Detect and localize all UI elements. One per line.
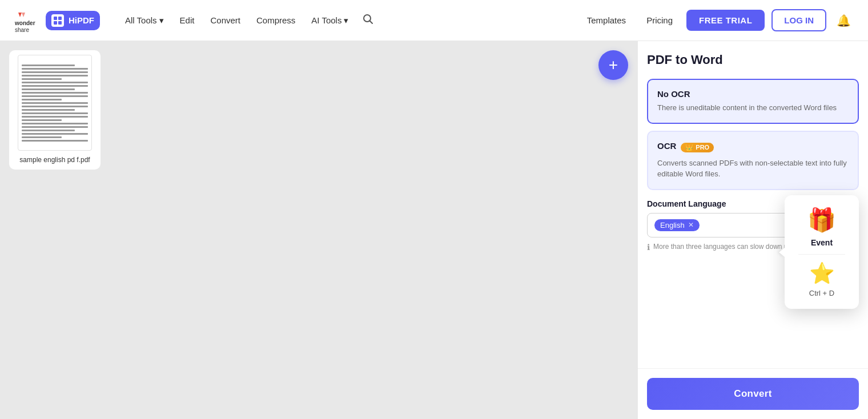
pdf-line: [22, 88, 75, 90]
pdf-line: [22, 75, 88, 76]
language-remove-icon[interactable]: ✕: [688, 221, 694, 229]
pdf-line: [22, 106, 88, 107]
pdf-line: [22, 99, 62, 100]
tooltip-popup: 🎁 Event ⭐ Ctrl + D: [785, 195, 859, 309]
sidebar-title: PDF to Word: [647, 53, 859, 67]
star-icon: ⭐: [809, 261, 835, 285]
pdf-line: [22, 123, 88, 124]
templates-link[interactable]: Templates: [580, 11, 633, 30]
language-tag-text: English: [660, 221, 685, 229]
pdf-line: [22, 109, 75, 111]
hipdf-icon: [51, 14, 64, 27]
nav-convert[interactable]: Convert: [203, 11, 247, 30]
nav-ai-tools[interactable]: AI Tools ▾: [304, 11, 355, 30]
svg-line-7: [370, 21, 373, 24]
svg-rect-4: [54, 21, 57, 25]
nav-compress[interactable]: Compress: [250, 11, 302, 30]
pdf-line: [22, 126, 88, 128]
hipdf-logo[interactable]: HiPDF: [46, 11, 100, 30]
pdf-line: [22, 71, 88, 73]
header: wonder share HiPDF All Tools ▾ Edit Conv…: [0, 0, 868, 41]
notification-bell-icon[interactable]: 🔔: [833, 10, 854, 31]
pdf-line: [22, 82, 88, 83]
crown-icon: 👑: [685, 144, 693, 151]
pdf-file-card[interactable]: sample english pd f.pdf: [9, 50, 101, 170]
event-label: Event: [811, 238, 833, 247]
search-button[interactable]: [357, 9, 378, 32]
convert-button-area: Convert: [638, 368, 868, 419]
canvas-area: +: [0, 41, 637, 419]
logo-area: wonder share HiPDF: [14, 8, 100, 33]
pdf-thumbnail: [18, 55, 92, 151]
pdf-line: [22, 95, 88, 97]
pdf-line: [22, 68, 88, 70]
add-file-button[interactable]: +: [598, 50, 628, 80]
ocr-card[interactable]: OCR 👑 PRO Converts scanned PDFs with non…: [647, 131, 859, 190]
svg-text:wonder: wonder: [14, 20, 35, 26]
pdf-line: [22, 130, 75, 131]
pdf-line: [22, 116, 88, 118]
ocr-description: Converts scanned PDFs with non-selectabl…: [657, 158, 849, 180]
ocr-title-row: OCR 👑 PRO: [657, 141, 849, 154]
hipdf-label: HiPDF: [69, 15, 94, 25]
svg-rect-5: [58, 21, 62, 25]
shortcut-label: Ctrl + D: [809, 289, 834, 297]
pricing-link[interactable]: Pricing: [640, 11, 680, 30]
no-ocr-description: There is uneditable content in the conve…: [657, 102, 849, 114]
pdf-line: [22, 112, 88, 114]
gift-icon: 🎁: [807, 207, 836, 233]
ocr-title: OCR: [657, 141, 676, 151]
pdf-filename: sample english pd f.pdf: [19, 155, 90, 165]
wondershare-logo[interactable]: wonder share: [14, 8, 39, 33]
pdf-line: [22, 140, 88, 142]
no-ocr-title: No OCR: [657, 89, 849, 99]
language-tag: English ✕: [654, 219, 700, 231]
login-button[interactable]: LOG IN: [771, 9, 826, 31]
chevron-down-icon: ▾: [159, 15, 164, 26]
sidebar: PDF to Word No OCR There is uneditable c…: [637, 41, 868, 419]
pro-badge: 👑 PRO: [681, 143, 714, 152]
chevron-down-icon: ▾: [344, 15, 348, 26]
main-nav: All Tools ▾ Edit Convert Compress AI Too…: [118, 9, 562, 32]
pro-label: PRO: [696, 144, 709, 151]
svg-rect-3: [58, 17, 62, 20]
tooltip-divider: [798, 254, 845, 255]
pdf-line: [22, 92, 88, 94]
pdf-line: [22, 136, 62, 138]
free-trial-button[interactable]: FREE TRIAL: [686, 10, 765, 31]
pdf-line: [22, 102, 88, 104]
pdf-line: [22, 133, 88, 135]
convert-button[interactable]: Convert: [647, 378, 859, 410]
nav-all-tools[interactable]: All Tools ▾: [118, 11, 171, 30]
pdf-preview-lines: [22, 65, 88, 142]
pdf-line: [22, 78, 62, 80]
pdf-line: [22, 119, 62, 121]
svg-text:share: share: [15, 27, 29, 33]
pdf-line: [22, 65, 75, 66]
no-ocr-card[interactable]: No OCR There is uneditable content in th…: [647, 79, 859, 124]
pdf-line: [22, 85, 88, 87]
warning-icon: ℹ: [647, 242, 650, 253]
tooltip-arrow: [779, 248, 785, 257]
main-layout: +: [0, 41, 868, 419]
nav-edit[interactable]: Edit: [173, 11, 202, 30]
svg-rect-2: [54, 17, 57, 20]
header-right: Templates Pricing FREE TRIAL LOG IN 🔔: [580, 9, 854, 31]
